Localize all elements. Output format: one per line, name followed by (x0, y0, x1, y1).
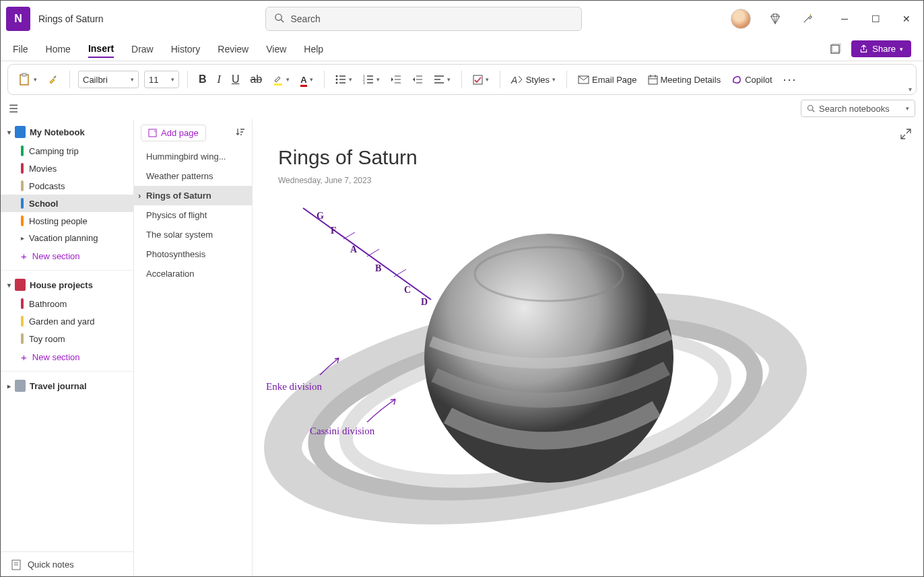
ring-label-c: C (404, 285, 411, 295)
annotation-cassini: Cassini division (310, 426, 375, 436)
new-section-button[interactable]: +New section (1, 246, 133, 266)
ring-label-d: D (421, 297, 428, 307)
fullscreen-icon[interactable] (827, 41, 843, 57)
ring-label-b: B (375, 263, 381, 273)
maximize-button[interactable]: ☐ (869, 13, 882, 25)
hamburger-icon[interactable]: ☰ (9, 102, 18, 115)
notebook-header[interactable]: ▾My Notebook (1, 122, 133, 142)
page-item[interactable]: The solar system (134, 225, 252, 244)
svg-point-8 (335, 75, 337, 77)
menu-view[interactable]: View (266, 41, 286, 57)
page-date: Wednesday, June 7, 2023 (278, 176, 371, 185)
svg-line-47 (343, 232, 355, 239)
svg-text:A: A (510, 75, 517, 86)
numbering-button[interactable]: 123▾ (360, 72, 383, 87)
styles-button[interactable]: AStyles▾ (508, 71, 558, 88)
outdent-button[interactable] (388, 72, 404, 87)
section-item[interactable]: Podcasts (1, 177, 133, 195)
page-item[interactable]: Photosynthesis (134, 244, 252, 264)
saturn-illustration: G F A B C D Enke division (266, 200, 818, 577)
tools-icon[interactable] (799, 11, 816, 27)
close-button[interactable]: ✕ (900, 13, 913, 25)
svg-line-48 (367, 249, 379, 257)
expand-icon[interactable] (900, 129, 911, 142)
notebook-header[interactable]: ▸Travel journal (1, 376, 133, 396)
highlight-button[interactable]: ▾ (270, 71, 292, 88)
menu-history[interactable]: History (171, 41, 201, 57)
quick-notes-button[interactable]: Quick notes (1, 551, 133, 577)
new-section-button[interactable]: +New section (1, 347, 133, 367)
svg-line-37 (812, 110, 814, 112)
avatar[interactable] (731, 9, 751, 29)
search-notebooks-input[interactable]: Search notebooks ▾ (801, 100, 915, 117)
svg-rect-29 (473, 75, 482, 84)
secondary-bar: ☰ Search notebooks ▾ (1, 98, 923, 119)
font-select[interactable]: Cailbri▾ (78, 71, 139, 88)
document-title: Rings of Saturn (38, 13, 104, 24)
search-placeholder: Search (291, 13, 321, 24)
svg-point-2 (810, 14, 812, 15)
section-item[interactable]: Movies (1, 160, 133, 177)
align-button[interactable]: ▾ (431, 72, 453, 87)
page-item[interactable]: Hummingbird wing... (134, 147, 252, 166)
menu-insert[interactable]: Insert (88, 40, 114, 58)
svg-rect-6 (22, 73, 26, 76)
bullets-button[interactable]: ▾ (333, 72, 355, 87)
section-item[interactable]: Garden and yard (1, 312, 133, 330)
menu-file[interactable]: File (13, 41, 28, 57)
menu-draw[interactable]: Draw (131, 41, 154, 57)
section-item[interactable]: Toy room (1, 330, 133, 347)
strike-button[interactable]: ab (247, 71, 265, 88)
svg-line-46 (303, 208, 431, 300)
meeting-details-button[interactable]: Meeting Details (645, 72, 724, 88)
page-item[interactable]: Accelaration (134, 264, 252, 283)
svg-point-0 (275, 14, 281, 20)
underline-button[interactable]: U (229, 71, 242, 88)
section-item[interactable]: School (1, 195, 133, 212)
svg-point-10 (335, 79, 337, 81)
notebook-header[interactable]: ▾House projects (1, 275, 133, 295)
font-color-button[interactable]: A▾ (298, 72, 315, 88)
page-list: Add page Hummingbird wing...Weather patt… (134, 119, 253, 577)
svg-rect-7 (274, 83, 282, 86)
canvas[interactable]: Rings of Saturn Wednesday, June 7, 2023 (253, 119, 923, 577)
menu-review[interactable]: Review (218, 41, 249, 57)
more-button[interactable]: ··· (781, 70, 800, 90)
font-size-select[interactable]: 11▾ (144, 71, 179, 88)
search-icon (274, 13, 284, 25)
minimize-button[interactable]: ─ (838, 13, 851, 25)
page-item[interactable]: Weather patterns (134, 166, 252, 186)
section-item[interactable]: ▸Vacation planning (1, 230, 133, 246)
quick-notes-label: Quick notes (28, 559, 74, 570)
indent-button[interactable] (409, 72, 426, 87)
add-page-button[interactable]: Add page (141, 125, 206, 141)
search-input[interactable]: Search (265, 7, 582, 31)
page-item[interactable]: Physics of flight (134, 205, 252, 225)
bold-button[interactable]: B (196, 71, 209, 88)
menu-home[interactable]: Home (46, 41, 71, 57)
diamond-icon[interactable] (767, 11, 783, 27)
search-notebooks-placeholder: Search notebooks (819, 104, 890, 114)
page-item[interactable]: Rings of Saturn (134, 186, 252, 205)
copilot-button[interactable]: Copilot (729, 71, 774, 88)
menu-help[interactable]: Help (304, 41, 323, 57)
ribbon-expand-icon[interactable]: ▾ (909, 86, 912, 93)
section-item[interactable]: Hosting people (1, 212, 133, 230)
tag-button[interactable]: ▾ (470, 72, 492, 88)
svg-rect-41 (149, 129, 156, 137)
section-item[interactable]: Camping trip (1, 142, 133, 160)
svg-point-36 (808, 106, 814, 111)
menu-bar: File Home Insert Draw History Review Vie… (1, 37, 923, 61)
italic-button[interactable]: I (215, 71, 224, 88)
annotation-enke: Enke division (266, 381, 322, 392)
ring-label-g: G (317, 211, 324, 221)
ribbon: ▾ Cailbri▾ 11▾ B I U ab ▾ A▾ ▾ 123▾ ▾ ▾ … (7, 64, 917, 95)
page-title[interactable]: Rings of Saturn (278, 146, 418, 169)
section-item[interactable]: Bathroom (1, 295, 133, 312)
svg-text:3: 3 (363, 81, 365, 85)
share-button[interactable]: Share ▾ (851, 40, 911, 57)
email-page-button[interactable]: Email Page (575, 72, 639, 88)
paste-button[interactable]: ▾ (16, 70, 40, 89)
format-painter[interactable] (45, 71, 61, 88)
sort-pages-icon[interactable] (236, 127, 245, 139)
